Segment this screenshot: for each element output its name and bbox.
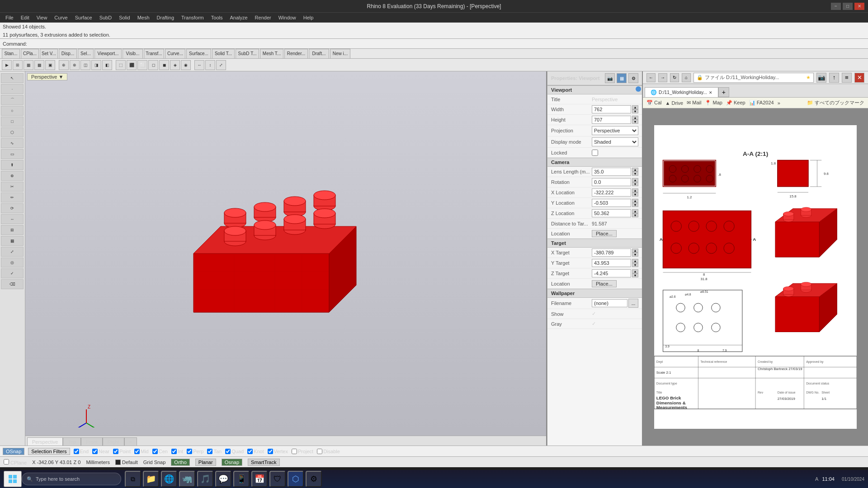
- menu-help[interactable]: Help: [300, 14, 317, 21]
- osnap-quad-checkbox[interactable]: [225, 449, 231, 454]
- lt-edit3-btn[interactable]: ⟳: [1, 203, 24, 213]
- taskbar-cal-btn[interactable]: 📅: [251, 471, 268, 487]
- osnap-near-check[interactable]: Near: [92, 449, 109, 454]
- osnap-tan-check[interactable]: Tan: [207, 449, 222, 454]
- menu-edit[interactable]: Edit: [17, 14, 33, 21]
- toolbar-tab-sel[interactable]: Sel...: [78, 49, 94, 59]
- lt-edit2-btn[interactable]: ✏: [1, 192, 24, 202]
- prop-filename-browse-btn[interactable]: ...: [628, 299, 638, 308]
- browser-new-tab-btn[interactable]: +: [718, 87, 729, 97]
- bookmark-mail[interactable]: ✉ Mail: [687, 100, 701, 106]
- prop-width-input[interactable]: [592, 105, 631, 113]
- prop-xtarget-spinner[interactable]: ▲ ▼: [632, 249, 638, 257]
- prop-xtarget-input[interactable]: [592, 249, 631, 257]
- lt-point-btn[interactable]: ·: [1, 84, 24, 94]
- prop-ytarget-input[interactable]: [592, 259, 631, 267]
- lt-rect-btn[interactable]: □: [1, 117, 24, 127]
- tb-view3-icon[interactable]: ◧: [102, 60, 112, 70]
- bookmark-fa2024[interactable]: 📊 FA2024: [749, 100, 774, 106]
- osnap-cen-checkbox[interactable]: [152, 449, 158, 454]
- tb-grid3-icon[interactable]: ▩: [34, 60, 44, 70]
- tb-grid-icon[interactable]: ⊞: [13, 60, 23, 70]
- prop-rotation-spinner[interactable]: ▲ ▼: [632, 178, 638, 186]
- tb-transform3-icon[interactable]: ⤢: [216, 60, 226, 70]
- prop-xlocation-spinner[interactable]: ▲ ▼: [632, 188, 638, 197]
- xloc-up-btn[interactable]: ▲: [632, 188, 638, 192]
- toolbar-tab-visib[interactable]: Visib...: [123, 49, 143, 59]
- osnap-knot-check[interactable]: Knot: [247, 449, 264, 454]
- osnap-tan-checkbox[interactable]: [207, 449, 212, 454]
- prop-ztarget-value[interactable]: ▲ ▼: [592, 269, 638, 277]
- viewport-tab-top[interactable]: Top: [63, 437, 81, 446]
- lt-poly-btn[interactable]: ⬡: [1, 127, 24, 137]
- osnap-end-checkbox[interactable]: [74, 449, 79, 454]
- prop-height-spinner[interactable]: ▲ ▼: [632, 116, 638, 124]
- tb-snap-icon[interactable]: ⊕: [59, 60, 69, 70]
- toolbar-tab-stan[interactable]: Stan...: [2, 49, 20, 59]
- tb-transform1-icon[interactable]: ↔: [194, 60, 204, 70]
- toolbar-tab-subdt[interactable]: SubD T...: [236, 49, 259, 59]
- toolbar-tab-mesht[interactable]: Mesh T...: [260, 49, 283, 59]
- xtgt-up-btn[interactable]: ▲: [632, 249, 638, 253]
- prop-lenslength-value[interactable]: ▲ ▼: [592, 168, 638, 176]
- width-down-btn[interactable]: ▼: [632, 109, 638, 113]
- bookmark-cal[interactable]: 📅 Cal: [646, 100, 662, 106]
- browser-home-btn[interactable]: ⌂: [682, 73, 691, 82]
- menu-analyze[interactable]: Analyze: [226, 14, 251, 21]
- prop-ylocation-spinner[interactable]: ▲ ▼: [632, 199, 638, 207]
- target-place-btn[interactable]: Place...: [592, 280, 617, 287]
- menu-transform[interactable]: Transform: [178, 14, 208, 21]
- smarttrack-btn[interactable]: SmartTrack: [248, 459, 279, 466]
- taskbar-settings-btn[interactable]: ⚙: [306, 471, 322, 487]
- osnap-perp-checkbox[interactable]: [187, 449, 192, 454]
- osnap-btn[interactable]: Osnap: [222, 459, 242, 466]
- bookmarks-more[interactable]: »: [778, 100, 780, 106]
- rotation-down-btn[interactable]: ▼: [632, 182, 638, 186]
- cplane-checkbox[interactable]: [4, 459, 9, 465]
- prop-xlocation-input[interactable]: [592, 188, 631, 197]
- browser-tab-active[interactable]: 🌐 D:/11_WorkingHoliday... ✕: [645, 87, 718, 97]
- prop-rotation-value[interactable]: ▲ ▼: [592, 178, 638, 186]
- prop-projection-select[interactable]: Perspective Parallel: [592, 126, 638, 135]
- properties-viewport-icon[interactable]: ▦: [617, 73, 627, 83]
- osnap-disable-checkbox[interactable]: [317, 449, 322, 454]
- bookmark-keep[interactable]: 📌 Keep: [726, 100, 745, 106]
- prop-zlocation-input[interactable]: [592, 209, 631, 217]
- browser-screenshot-btn[interactable]: 📷: [816, 73, 826, 83]
- tb-view2-icon[interactable]: ◨: [91, 60, 101, 70]
- lt-analyze-btn[interactable]: ◎: [1, 258, 24, 267]
- prop-targetlocation-value[interactable]: Place...: [592, 280, 638, 287]
- lens-down-btn[interactable]: ▼: [632, 172, 638, 176]
- tb-zoom-icon[interactable]: ⊗: [70, 60, 80, 70]
- menu-window[interactable]: Window: [275, 14, 300, 21]
- maximize-button[interactable]: □: [843, 3, 853, 10]
- cam-place-btn[interactable]: Place...: [592, 230, 617, 237]
- osnap-vertex-check[interactable]: Vertex: [268, 449, 288, 454]
- prop-camlocation-value[interactable]: Place...: [592, 230, 638, 237]
- taskbar-spotify-btn[interactable]: 🎵: [197, 471, 213, 487]
- toolbar-tab-transf[interactable]: Transf...: [144, 49, 164, 59]
- browser-refresh-btn[interactable]: ↻: [670, 73, 679, 82]
- lt-check-btn[interactable]: ✓: [1, 268, 24, 278]
- ztgt-up-btn[interactable]: ▲: [632, 269, 638, 273]
- ytgt-up-btn[interactable]: ▲: [632, 259, 638, 263]
- toolbar-tab-setv[interactable]: Set V...: [40, 49, 58, 59]
- osnap-end-check[interactable]: End: [74, 449, 89, 454]
- taskbar-whatsapp-btn[interactable]: 📱: [233, 471, 250, 487]
- menu-tools[interactable]: Tools: [208, 14, 226, 21]
- lt-eraser-btn[interactable]: ⌫: [1, 279, 24, 289]
- height-up-btn[interactable]: ▲: [632, 116, 638, 120]
- taskbar-rhino-btn[interactable]: 🦏: [179, 471, 195, 487]
- ztgt-down-btn[interactable]: ▼: [632, 273, 638, 277]
- tb-frame2-icon[interactable]: ⬛: [127, 60, 137, 70]
- browser-share-btn[interactable]: ↑: [829, 73, 839, 83]
- prop-ztarget-spinner[interactable]: ▲ ▼: [632, 269, 638, 277]
- osnap-point-checkbox[interactable]: [113, 449, 118, 454]
- tb-frame7-icon[interactable]: ◉: [181, 60, 191, 70]
- lt-edit1-btn[interactable]: ✂: [1, 182, 24, 192]
- prop-width-spinner[interactable]: ▲ ▼: [632, 105, 638, 113]
- toolbar-tab-surface[interactable]: Surface...: [186, 49, 211, 59]
- menu-render[interactable]: Render: [251, 14, 275, 21]
- xloc-down-btn[interactable]: ▼: [632, 192, 638, 197]
- tb-frame4-icon[interactable]: ◻: [148, 60, 158, 70]
